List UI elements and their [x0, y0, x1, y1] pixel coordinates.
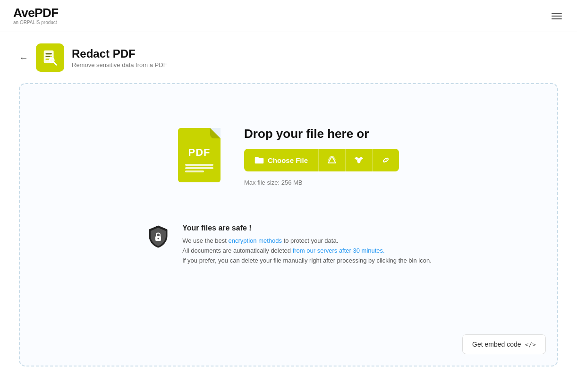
tool-icon-wrapper — [36, 43, 64, 72]
drop-zone-container[interactable]: PDF Drop your file here or — [19, 83, 558, 366]
url-link-icon — [381, 155, 390, 165]
page-subtitle: Remove sensitive data from a PDF — [72, 61, 167, 68]
security-text: Your files are safe ! We use the best en… — [182, 224, 432, 265]
dropbox-button[interactable] — [345, 149, 372, 171]
page-content: ← Redact PDF Remove sensitive data from … — [0, 32, 577, 378]
security-line1: We use the best encryption methods to pr… — [182, 236, 432, 246]
menu-button[interactable] — [550, 11, 564, 21]
page-title: Redact PDF — [72, 47, 167, 60]
pdf-icon-corner — [210, 128, 221, 138]
logo-subtitle: an ORPALIS product — [13, 20, 57, 25]
pdf-icon-label: PDF — [188, 146, 210, 159]
embed-code-symbol: </> — [525, 341, 536, 348]
embed-code-label: Get embed code — [472, 341, 521, 348]
max-file-size: Max file size: 256 MB — [244, 179, 399, 186]
security-title: Your files are safe ! — [182, 224, 432, 232]
page-title-area: Redact PDF Remove sensitive data from a … — [72, 47, 167, 68]
upload-area: PDF Drop your file here or — [178, 127, 399, 186]
pdf-file-icon: PDF — [178, 128, 225, 185]
logo-text: AvePDF — [13, 7, 59, 19]
security-line2: All documents are automatically deleted … — [182, 246, 432, 256]
logo: AvePDF an ORPALIS product — [13, 7, 59, 25]
shield-security-icon — [145, 224, 171, 249]
upload-button-row: Choose File — [244, 149, 399, 171]
google-drive-icon — [327, 155, 337, 165]
upload-content: PDF Drop your file here or — [178, 127, 399, 186]
security-highlight-encryption: encryption methods — [229, 237, 282, 244]
get-embed-code-button[interactable]: Get embed code </> — [462, 334, 546, 354]
page-header: ← Redact PDF Remove sensitive data from … — [19, 43, 558, 72]
drop-right: Drop your file here or Choose File — [244, 127, 399, 186]
dropbox-icon — [354, 155, 364, 165]
security-highlight-deleted: from our servers after 30 minutes. — [293, 247, 385, 254]
drop-title: Drop your file here or — [244, 127, 399, 141]
url-button[interactable] — [372, 149, 399, 171]
security-section: Your files are safe ! We use the best en… — [145, 224, 432, 265]
google-drive-button[interactable] — [318, 149, 345, 171]
svg-point-20 — [158, 238, 159, 239]
back-button[interactable]: ← — [19, 52, 28, 63]
header: AvePDF an ORPALIS product — [0, 0, 577, 32]
svg-rect-5 — [46, 56, 51, 57]
svg-rect-4 — [46, 53, 52, 55]
folder-icon — [255, 156, 264, 164]
choose-file-button[interactable]: Choose File — [244, 149, 318, 171]
redact-pdf-tool-icon — [41, 49, 59, 67]
security-line3: If you prefer, you can delete your file … — [182, 256, 432, 266]
pdf-icon-lines — [185, 162, 213, 174]
choose-file-label: Choose File — [268, 156, 308, 164]
svg-rect-3 — [46, 59, 50, 60]
